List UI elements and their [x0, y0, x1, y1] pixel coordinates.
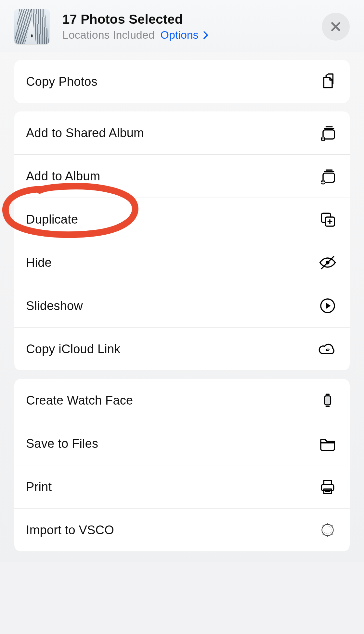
close-icon [330, 20, 342, 33]
watch-icon [317, 390, 338, 411]
action-label: Hide [26, 256, 52, 270]
action-label: Add to Album [26, 169, 100, 183]
action-label: Print [26, 480, 52, 494]
selection-count-title: 17 Photos Selected [62, 12, 322, 27]
action-label: Add to Shared Album [26, 126, 144, 140]
svg-rect-12 [324, 481, 331, 485]
header-subline: Locations Included Options [62, 29, 322, 41]
action-label: Save to Files [26, 437, 98, 451]
close-button[interactable] [322, 13, 350, 41]
add-to-album-row[interactable]: Add to Album [14, 154, 350, 198]
actions-group: Create Watch Face Save to Files [14, 379, 350, 551]
actions-group: Copy Photos [14, 60, 350, 103]
shared-album-icon [317, 123, 338, 143]
duplicate-row[interactable]: Duplicate [14, 198, 350, 241]
svg-point-15 [324, 526, 331, 534]
selection-thumbnail [14, 9, 49, 44]
action-label: Copy Photos [26, 75, 98, 89]
create-watch-face-row[interactable]: Create Watch Face [14, 379, 350, 422]
printer-icon [317, 476, 338, 497]
hide-row[interactable]: Hide [14, 241, 350, 284]
action-label: Import to VSCO [26, 523, 114, 537]
share-header: 17 Photos Selected Locations Included Op… [0, 0, 364, 52]
add-album-icon [317, 166, 338, 187]
svg-point-2 [322, 137, 324, 139]
options-link[interactable]: Options [161, 29, 207, 41]
chevron-right-icon [200, 31, 208, 39]
copy-icloud-link-row[interactable]: Copy iCloud Link [14, 327, 350, 370]
vsco-icon [317, 520, 338, 540]
action-label: Duplicate [26, 213, 78, 226]
header-titles: 17 Photos Selected Locations Included Op… [62, 12, 322, 41]
action-label: Copy iCloud Link [26, 342, 120, 356]
play-circle-icon [317, 295, 338, 316]
save-to-files-row[interactable]: Save to Files [14, 422, 350, 465]
slideshow-row[interactable]: Slideshow [14, 284, 350, 327]
options-label: Options [161, 29, 199, 41]
svg-rect-10 [325, 396, 330, 404]
share-sheet: 17 Photos Selected Locations Included Op… [0, 0, 364, 562]
action-label: Slideshow [26, 299, 83, 313]
duplicate-plus-icon [317, 209, 338, 230]
copy-pages-icon [317, 71, 338, 92]
action-label: Create Watch Face [26, 394, 133, 408]
add-to-shared-album-row[interactable]: Add to Shared Album [14, 111, 350, 154]
copy-photos-row[interactable]: Copy Photos [14, 60, 350, 103]
actions-group: Add to Shared Album Add to Album [14, 111, 350, 370]
actions-container: Copy Photos Add to Shared Album [0, 52, 364, 562]
print-row[interactable]: Print [14, 465, 350, 508]
locations-included-label: Locations Included [62, 29, 155, 41]
import-to-vsco-row[interactable]: Import to VSCO [14, 508, 350, 551]
folder-icon [317, 433, 338, 454]
cloud-link-icon [317, 339, 338, 359]
eye-slash-icon [317, 252, 338, 273]
